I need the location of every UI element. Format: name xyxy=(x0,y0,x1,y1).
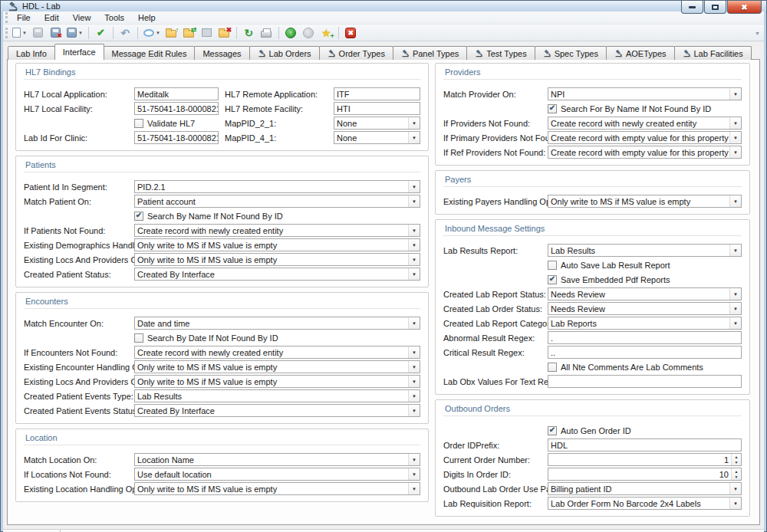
lab-requisition-report-combo[interactable]: Lab Order Form No Barcode 2x4 Labels xyxy=(548,497,742,510)
combo-dropdown-arrow-icon[interactable] xyxy=(729,303,741,314)
tab-order-types[interactable]: Order Types xyxy=(319,46,393,60)
validate-hl7-checkbox[interactable] xyxy=(134,119,143,128)
go-up-button[interactable]: ↑ xyxy=(283,25,299,41)
new-document-button[interactable]: ▼ xyxy=(11,25,28,41)
combo-dropdown-arrow-icon[interactable] xyxy=(408,254,420,265)
tab-messages[interactable]: Messages xyxy=(194,46,249,60)
existing-locs-providers-combo[interactable]: Only write to MS if MS value is empty xyxy=(134,253,420,266)
created-lab-report-category-combo[interactable]: Lab Reports xyxy=(548,317,742,330)
lab-results-report-combo[interactable]: Lab Results xyxy=(548,244,742,257)
combo-dropdown-arrow-icon[interactable] xyxy=(408,468,420,480)
existing-demographics-combo[interactable]: Only write to MS if MS value is empty xyxy=(134,238,420,251)
if-ref-providers-not-found-combo[interactable]: Create record with empty value for this … xyxy=(548,146,742,159)
tab-spec-types[interactable]: Spec Types xyxy=(535,46,607,60)
patient-id-in-segment-combo[interactable]: PID.2.1 xyxy=(134,180,420,193)
spinner-arrows-icon[interactable] xyxy=(731,468,741,480)
combo-dropdown-arrow-icon[interactable] xyxy=(408,239,420,251)
combo-dropdown-arrow-icon[interactable] xyxy=(729,498,741,509)
order-id-prefix-input[interactable]: HDL xyxy=(548,438,742,452)
combo-dropdown-arrow-icon[interactable] xyxy=(408,454,420,465)
combo-dropdown-arrow-icon[interactable] xyxy=(408,390,420,402)
refresh-button[interactable]: ↻ xyxy=(241,25,257,41)
existing-payers-combo[interactable]: Only write to MS if MS value is empty xyxy=(548,195,742,208)
digits-in-order-id-stepper[interactable]: 10 xyxy=(548,468,742,481)
combo-dropdown-arrow-icon[interactable] xyxy=(408,405,420,416)
combo-dropdown-arrow-icon[interactable] xyxy=(408,361,420,373)
existing-location-combo[interactable]: Only write to MS if MS value is empty xyxy=(134,482,420,495)
combo-dropdown-arrow-icon[interactable] xyxy=(408,268,420,280)
save-button-disabled[interactable] xyxy=(30,25,46,41)
combo-dropdown-arrow-icon[interactable] xyxy=(408,225,420,236)
folder-upload-button[interactable]: ↑ xyxy=(163,25,179,41)
if-providers-not-found-combo[interactable]: Create record with newly created entity xyxy=(548,117,742,130)
combo-dropdown-arrow-icon[interactable] xyxy=(729,288,741,300)
if-patients-not-found-combo[interactable]: Create record with newly created entity xyxy=(134,224,420,237)
toolbar-grip-handle[interactable] xyxy=(5,28,8,38)
tab-panel-types[interactable]: Panel Types xyxy=(393,46,467,60)
match-location-on-combo[interactable]: Location Name xyxy=(134,453,420,466)
lab-obx-values-input[interactable] xyxy=(548,375,742,388)
save-embedded-pdf-reports-checkbox[interactable] xyxy=(548,275,557,284)
combo-dropdown-arrow-icon[interactable] xyxy=(408,117,420,129)
close-button[interactable]: ✖ xyxy=(727,1,762,14)
menu-view[interactable]: View xyxy=(66,11,98,24)
lab-id-for-clinic-input[interactable]: 51-75041-18-0000821 xyxy=(134,131,219,144)
abnormal-result-regex-input[interactable]: . xyxy=(548,331,742,344)
current-order-number-stepper[interactable]: 1 xyxy=(548,453,742,466)
comment-button[interactable]: ▼ xyxy=(142,25,162,41)
combo-dropdown-arrow-icon[interactable] xyxy=(408,132,420,143)
search-for-by-name-checkbox[interactable] xyxy=(548,104,557,113)
auto-gen-order-id-checkbox[interactable] xyxy=(548,426,557,435)
auto-save-lab-result-report-checkbox[interactable] xyxy=(548,261,557,270)
existing-locs-providers-combo[interactable]: Only write to MS if MS value is empty xyxy=(134,375,420,388)
created-lab-report-status-combo[interactable]: Needs Review xyxy=(548,287,742,300)
hl7-local-facility-input[interactable]: 51-75041-18-0000821 xyxy=(134,102,219,115)
print-button[interactable] xyxy=(258,25,275,41)
combo-dropdown-arrow-icon[interactable] xyxy=(729,117,741,129)
existing-encounter-combo[interactable]: Only write to MS if MS value is empty xyxy=(134,360,420,373)
exit-button[interactable]: ✖ xyxy=(343,25,359,41)
save-all-button[interactable]: ▼ xyxy=(65,25,84,41)
tab-aoetypes[interactable]: AOETypes xyxy=(606,46,675,60)
all-nte-comments-checkbox[interactable] xyxy=(548,363,557,372)
combo-dropdown-arrow-icon[interactable] xyxy=(408,346,420,358)
combo-dropdown-arrow-icon[interactable] xyxy=(408,317,420,329)
outbound-lab-order-patient-id-combo[interactable]: Billing patient ID xyxy=(548,482,742,495)
combo-dropdown-arrow-icon[interactable] xyxy=(408,376,420,387)
created-lab-order-status-combo[interactable]: Needs Review xyxy=(548,302,742,315)
match-encounter-on-combo[interactable]: Date and time xyxy=(134,317,420,330)
created-patient-events-status-combo[interactable]: Created By Interface xyxy=(134,404,420,417)
combo-dropdown-arrow-icon[interactable] xyxy=(408,195,420,207)
menu-edit[interactable]: Edit xyxy=(38,11,66,24)
hl7-remote-facility-input[interactable]: HTI xyxy=(334,102,420,115)
tab-lab-orders[interactable]: Lab Orders xyxy=(249,46,320,60)
combo-dropdown-arrow-icon[interactable] xyxy=(729,88,741,100)
hl7-remote-application-input[interactable]: ITF xyxy=(334,87,420,100)
created-patient-events-type-combo[interactable]: Lab Results xyxy=(134,389,420,402)
match-patient-on-combo[interactable]: Patient account xyxy=(134,195,420,208)
folder-sync-button[interactable]: ⇄ xyxy=(181,25,197,41)
menu-help[interactable]: Help xyxy=(131,11,163,24)
combo-dropdown-arrow-icon[interactable] xyxy=(408,181,420,192)
apply-button[interactable]: ✔ xyxy=(93,25,109,41)
toolbar-overflow-chevron-icon[interactable]: ▼ xyxy=(755,31,760,36)
combo-dropdown-arrow-icon[interactable] xyxy=(729,146,741,158)
go-down-button-disabled[interactable]: ↓ xyxy=(301,25,317,41)
menubar-grip-handle[interactable] xyxy=(5,12,8,23)
folder-delete-button[interactable]: ✖ xyxy=(216,25,232,41)
save-error-button[interactable]: ✖ xyxy=(48,25,64,41)
tab-test-types[interactable]: Test Types xyxy=(466,46,535,60)
maximize-button[interactable] xyxy=(704,1,726,14)
minimize-button[interactable] xyxy=(681,1,703,14)
favorites-add-button[interactable]: ★ xyxy=(318,25,334,41)
tab-message-edit-rules[interactable]: Message Edit Rules xyxy=(104,46,196,60)
combo-dropdown-arrow-icon[interactable] xyxy=(729,483,741,494)
hl7-local-application-input[interactable]: Meditalk xyxy=(134,87,219,100)
map-pid-4-1-combo[interactable]: None xyxy=(334,131,420,144)
search-by-date-checkbox[interactable] xyxy=(134,333,143,343)
menu-tools[interactable]: Tools xyxy=(97,11,131,24)
search-by-name-checkbox[interactable] xyxy=(134,212,143,221)
tab-lab-facilities[interactable]: Lab Facilities xyxy=(674,46,752,60)
tab-interface[interactable]: Interface xyxy=(54,44,104,60)
if-primary-providers-not-found-combo[interactable]: Create record with empty value for this … xyxy=(548,131,742,144)
